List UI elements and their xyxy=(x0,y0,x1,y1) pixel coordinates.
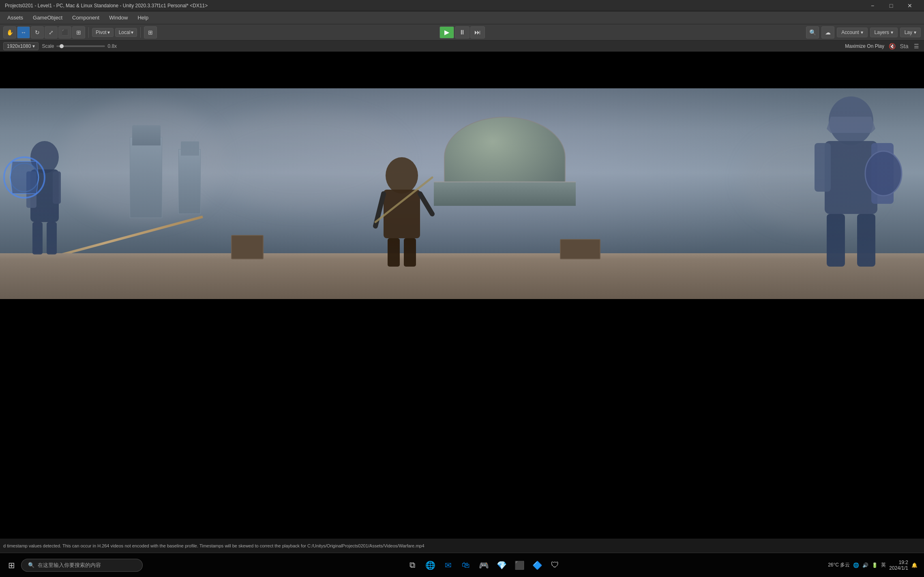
main-layout: Assets GameObject Component Window Help … xyxy=(0,11,924,553)
layers-arrow: ▾ xyxy=(891,30,893,35)
resolution-dropdown[interactable]: 1920x1080 ▾ xyxy=(3,42,39,50)
account-dropdown[interactable]: Account ▾ xyxy=(837,28,867,37)
layout-label: Lay xyxy=(905,30,912,35)
title-bar: Projects0201 - Level1 - PC, Mac & Linux … xyxy=(0,0,924,11)
menu-gameobject[interactable]: GameObject xyxy=(29,13,66,22)
fog-overlay xyxy=(0,88,924,299)
menu-window[interactable]: Window xyxy=(105,13,132,22)
minimize-button[interactable]: − xyxy=(863,0,882,11)
letterbox-bottom xyxy=(0,299,924,539)
gizmos-button[interactable]: ☰ xyxy=(912,42,921,51)
pivot-dropdown[interactable]: Pivot ▾ xyxy=(92,28,114,37)
gameview-right-controls: Maximize On Play 🔇 Sta ☰ xyxy=(845,42,921,51)
menu-component[interactable]: Component xyxy=(68,13,103,22)
gameview-area xyxy=(0,52,924,539)
step-button[interactable]: ⏭ xyxy=(470,26,485,38)
scale-value: 0.8x xyxy=(107,43,117,49)
resolution-label: 1920x1080 xyxy=(7,43,31,49)
pivot-label: Pivot xyxy=(96,30,107,35)
mute-button[interactable]: 🔇 xyxy=(888,42,896,51)
scale-control: Scale 0.8x xyxy=(42,43,117,49)
taskbar-system-tray: 26°C 多云 🌐 🔊 🔋 英 19:2 2024/1/1 🔔 xyxy=(825,560,921,571)
window-controls: − □ ✕ xyxy=(863,0,919,11)
main-toolbar: ✋ ↔ ↻ ⤢ ⬛ ⊞ Pivot ▾ Local ▾ ⊞ ▶ ⏸ ⏭ 🔍 ☁ xyxy=(0,24,924,41)
prop-crate-1 xyxy=(231,235,264,259)
taskbar-start-button[interactable]: ⊞ xyxy=(3,557,19,573)
separator-1 xyxy=(88,27,89,38)
taskbar-term-icon[interactable]: ⬛ xyxy=(511,557,527,573)
taskbar-view-button[interactable]: ⧉ xyxy=(404,557,420,573)
account-label: Account xyxy=(841,30,859,35)
search-icon: 🔍 xyxy=(28,562,34,568)
gameview-topbar: 1920x1080 ▾ Scale 0.8x Maximize On Play … xyxy=(0,41,924,52)
separator-2 xyxy=(140,27,141,38)
time-display: 19:2 xyxy=(889,560,908,565)
toolbar-right: 🔍 ☁ Account ▾ Layers ▾ Lay ▾ xyxy=(806,26,921,38)
layers-label: Layers xyxy=(875,30,889,35)
taskbar-mail-icon[interactable]: ✉ xyxy=(440,557,456,573)
taskbar-app2-icon[interactable]: 🛡 xyxy=(547,557,563,573)
taskbar-unity-icon[interactable]: 🎮 xyxy=(476,557,492,573)
taskbar-center-icons: ⧉ 🌐 ✉ 🛍 🎮 💎 ⬛ 🔷 🛡 xyxy=(144,557,823,573)
play-controls: ▶ ⏸ ⏭ xyxy=(439,26,485,38)
local-label: Local xyxy=(119,30,131,35)
letterbox-top xyxy=(0,52,924,88)
local-arrow: ▾ xyxy=(131,30,133,35)
window-title: Projects0201 - Level1 - PC, Mac & Linux … xyxy=(5,3,863,9)
taskbar-store-icon[interactable]: 🛍 xyxy=(458,557,474,573)
content-area: 1920x1080 ▾ Scale 0.8x Maximize On Play … xyxy=(0,41,924,553)
layout-arrow: ▾ xyxy=(914,30,916,35)
console-bar: d timestamp values detected. This can oc… xyxy=(0,539,924,553)
taskbar: ⊞ 🔍 在这里输入你要搜索的内容 ⧉ 🌐 ✉ 🛍 🎮 💎 ⬛ 🔷 🛡 26°C … xyxy=(0,553,924,577)
prop-crate-2 xyxy=(560,239,600,259)
local-dropdown[interactable]: Local ▾ xyxy=(115,28,137,37)
transform-tools: ✋ ↔ ↻ ⤢ ⬛ ⊞ xyxy=(3,26,85,38)
rect-tool[interactable]: ⬛ xyxy=(58,26,71,38)
pivot-arrow: ▾ xyxy=(107,30,110,35)
pause-button[interactable]: ⏸ xyxy=(455,26,470,38)
date-display: 2024/1/1 xyxy=(889,565,908,571)
console-message: d timestamp values detected. This can oc… xyxy=(3,543,424,548)
menu-help[interactable]: Help xyxy=(133,13,152,22)
resolution-arrow: ▾ xyxy=(32,43,35,49)
input-method[interactable]: 英 xyxy=(881,562,886,568)
taskbar-browser-icon[interactable]: 🌐 xyxy=(422,557,438,573)
search-button[interactable]: 🔍 xyxy=(806,26,819,38)
close-button[interactable]: ✕ xyxy=(900,0,919,11)
taskbar-search[interactable]: 🔍 在这里输入你要搜索的内容 xyxy=(21,559,143,572)
taskbar-vs-icon[interactable]: 💎 xyxy=(493,557,510,573)
layers-dropdown[interactable]: Layers ▾ xyxy=(870,28,898,37)
transform-tool[interactable]: ⊞ xyxy=(72,26,85,38)
notification-icon[interactable]: 🔔 xyxy=(911,562,918,568)
cloud-button[interactable]: ☁ xyxy=(821,26,834,38)
scale-tool[interactable]: ⤢ xyxy=(45,26,58,38)
weather-text: 26°C 多云 xyxy=(828,562,850,568)
battery-icon: 🔋 xyxy=(872,562,878,568)
menu-bar: Assets GameObject Component Window Help xyxy=(0,11,924,24)
stats-button[interactable]: Sta xyxy=(900,42,909,51)
hand-tool[interactable]: ✋ xyxy=(3,26,16,38)
volume-icon: 🔊 xyxy=(862,562,868,568)
game-viewport xyxy=(0,88,924,299)
play-button[interactable]: ▶ xyxy=(439,26,454,38)
search-placeholder: 在这里输入你要搜索的内容 xyxy=(38,562,101,569)
taskbar-time: 19:2 2024/1/1 xyxy=(889,560,908,571)
move-tool[interactable]: ↔ xyxy=(17,26,30,38)
menu-assets[interactable]: Assets xyxy=(3,13,27,22)
scale-label: Scale xyxy=(42,43,54,49)
taskbar-app1-icon[interactable]: 🔷 xyxy=(529,557,545,573)
layout-dropdown[interactable]: Lay ▾ xyxy=(900,28,921,37)
maximize-on-play[interactable]: Maximize On Play xyxy=(845,43,884,49)
scale-slider[interactable] xyxy=(56,45,105,47)
maximize-button[interactable]: □ xyxy=(882,0,900,11)
rotate-tool[interactable]: ↻ xyxy=(31,26,44,38)
grid-tool[interactable]: ⊞ xyxy=(144,26,157,38)
network-icon: 🌐 xyxy=(853,562,859,568)
account-arrow: ▾ xyxy=(861,30,863,35)
scale-thumb xyxy=(60,44,64,48)
